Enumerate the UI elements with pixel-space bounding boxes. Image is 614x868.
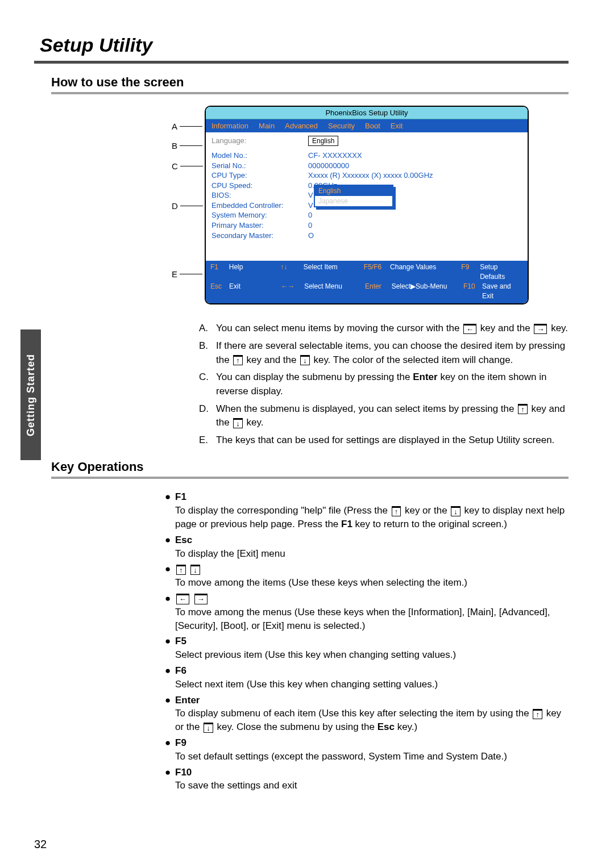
left-arrow-icon: ← (463, 324, 476, 334)
up-arrow-icon: ↑ (518, 404, 528, 414)
up-arrow-icon: ↑ (176, 565, 186, 575)
bios-title: PhoenixBios Setup Utility (206, 107, 528, 119)
bios-mem-value: 0 (308, 210, 312, 220)
right-arrow-icon: → (534, 324, 547, 334)
section-key-operations: Key Operations (51, 460, 569, 474)
bios-cputype-value: Xxxxx (R) Xxxxxxx (X) xxxxx 0.00GHz (308, 170, 433, 181)
bios-pm-value: 0 (308, 220, 312, 231)
divider-thin-2 (51, 477, 569, 479)
explain-b: If there are several selectable items, y… (216, 339, 569, 367)
bios-menu-security: Security (328, 122, 355, 130)
key-f9-desc: To set default settings (except the pass… (175, 750, 569, 763)
bios-submenu-english: English (315, 186, 392, 196)
bios-bios-label: BIOS: (211, 190, 308, 201)
up-arrow-icon: ↑ (233, 355, 243, 365)
key-f1: F1 (175, 491, 186, 502)
key-f9: F9 (175, 737, 186, 748)
bios-screenshot: PhoenixBios Setup Utility Information Ma… (205, 106, 529, 304)
bios-ec-value: V (308, 201, 313, 211)
down-arrow-icon: ↓ (204, 723, 213, 733)
key-f10-desc: To save the settings and exit (175, 779, 569, 792)
bios-footer: F1Help ↑↓Select Item F5/F6Change Values … (206, 261, 528, 303)
bios-sm-value: O (308, 231, 314, 241)
down-arrow-icon: ↓ (451, 506, 460, 516)
down-arrow-icon: ↓ (300, 355, 310, 365)
bios-serial-label: Serial No.: (211, 161, 308, 171)
right-arrow-icon: → (194, 594, 208, 604)
key-f6-desc: Select next item (Use this key when chan… (175, 678, 569, 691)
bios-menu-advanced: Advanced (285, 122, 318, 130)
key-leftright: ← → (175, 593, 209, 604)
up-arrow-icon: ↑ (392, 506, 401, 516)
divider-thick (34, 61, 569, 64)
callout-d: D (172, 201, 205, 211)
bios-pm-label: Primary Master: (211, 220, 308, 231)
callout-e: E (172, 269, 205, 279)
bios-model-label: Model No.: (211, 151, 308, 161)
explain-d: When the submenu is displayed, you can s… (216, 402, 569, 430)
bios-cputype-label: CPU Type: (211, 170, 308, 181)
bios-serial-value: 0000000000 (308, 161, 349, 171)
explanation-list: A.You can select menu items by moving th… (199, 322, 569, 447)
up-arrow-icon: ↑ (533, 709, 542, 719)
bios-ec-label: Embedded Controller: (211, 201, 308, 211)
key-f5: F5 (175, 636, 186, 646)
bios-menu-bar: Information Main Advanced Security Boot … (206, 119, 528, 132)
key-operations-list: ●F1 To display the corresponding "help" … (165, 490, 569, 792)
bios-model-value: CF- XXXXXXXX (308, 151, 362, 161)
key-enter: Enter (175, 695, 200, 706)
key-esc-desc: To display the [Exit] menu (175, 547, 569, 561)
bios-submenu: English Japanese (314, 185, 393, 207)
key-f6: F6 (175, 665, 186, 676)
bios-bios-value: V (308, 190, 313, 201)
down-arrow-icon: ↓ (233, 418, 243, 428)
bios-menu-information: Information (211, 122, 248, 130)
key-f10: F10 (175, 767, 192, 778)
callout-b: B (172, 141, 205, 151)
bios-menu-boot: Boot (365, 122, 380, 130)
down-arrow-icon: ↓ (190, 565, 200, 575)
bios-menu-exit: Exit (391, 122, 403, 130)
key-updown: ↑ ↓ (175, 564, 201, 574)
callout-c: C (172, 161, 205, 171)
bios-mem-label: System Memory: (211, 210, 308, 220)
explain-e: The keys that can be used for settings a… (216, 433, 569, 448)
bios-cpuspeed-label: CPU Speed: (211, 181, 308, 191)
explain-a: You can select menu items by moving the … (216, 322, 569, 336)
divider-thin-1 (51, 92, 569, 94)
bios-sm-label: Secondary Master: (211, 231, 308, 241)
explain-c: You can display the submenu by pressing … (216, 370, 569, 398)
page-number: 32 (34, 838, 47, 851)
section-how-to-use: How to use the screen (51, 75, 569, 90)
key-esc: Esc (175, 535, 192, 545)
side-tab-getting-started: Getting Started (20, 329, 41, 460)
key-leftright-desc: To move among the menus (Use these keys … (175, 606, 569, 633)
left-arrow-icon: ← (176, 594, 189, 604)
key-f5-desc: Select previous item (Use this key when … (175, 648, 569, 662)
page-title: Setup Utility (40, 34, 569, 56)
bios-language-value: English (308, 136, 338, 146)
bios-menu-main: Main (259, 122, 275, 130)
key-f1-desc: To display the corresponding "help" file… (175, 504, 569, 531)
key-enter-desc: To display submenu of each item (Use thi… (175, 707, 569, 734)
bios-language-label: Language: (211, 136, 308, 146)
key-updown-desc: To move among the items (Use these keys … (175, 576, 569, 590)
bios-submenu-japanese: Japanese (315, 196, 392, 206)
callout-a: A (172, 122, 205, 131)
